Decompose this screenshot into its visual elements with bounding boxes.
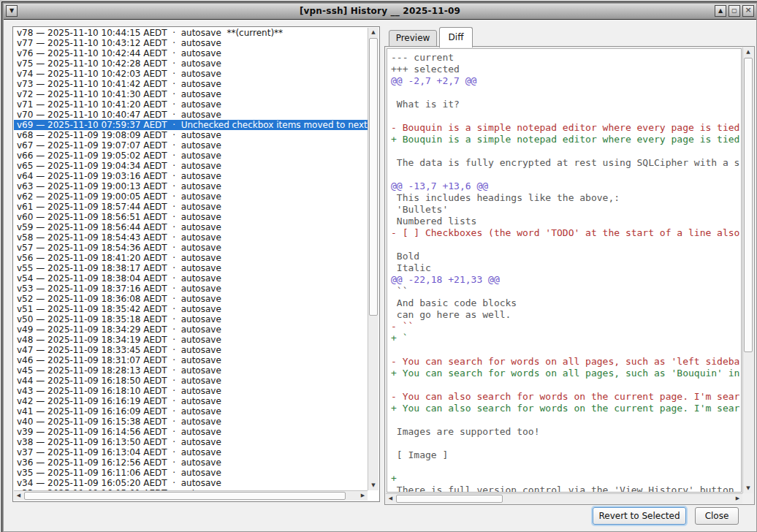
diff-line — [391, 239, 741, 251]
diff-line: - Bouquin is a simple notepad editor whe… — [391, 122, 741, 134]
version-list-item[interactable]: v38 — 2025-11-09 16:13:50 AEDT · autosav… — [14, 437, 368, 447]
scroll-up-icon[interactable]: ▲ — [743, 48, 753, 57]
version-list-item[interactable]: v55 — 2025-11-09 18:38:17 AEDT · autosav… — [14, 263, 368, 273]
diff-line — [391, 414, 741, 426]
version-list-item[interactable]: v60 — 2025-11-09 18:56:51 AEDT · autosav… — [14, 212, 368, 222]
version-list-item[interactable]: v40 — 2025-11-09 16:15:38 AEDT · autosav… — [14, 417, 368, 427]
version-list-item[interactable]: v66 — 2025-11-09 19:05:02 AEDT · autosav… — [14, 151, 368, 161]
list-vscroll-thumb[interactable] — [369, 38, 378, 316]
window-close-button[interactable]: × — [742, 5, 754, 17]
version-list-item[interactable]: v69 — 2025-11-10 07:59:37 AEDT · Uncheck… — [14, 120, 368, 130]
diff-vertical-scrollbar[interactable]: ▲ ▼ — [742, 48, 753, 493]
version-list-item[interactable]: v41 — 2025-11-09 16:16:09 AEDT · autosav… — [14, 406, 368, 417]
version-list-item[interactable]: v71 — 2025-11-10 10:41:20 AEDT · autosav… — [14, 99, 368, 110]
version-list-item[interactable]: v54 — 2025-11-09 18:38:04 AEDT · autosav… — [14, 273, 368, 284]
version-list-item[interactable]: v58 — 2025-11-09 18:54:43 AEDT · autosav… — [14, 232, 368, 243]
version-list-item[interactable]: v34 — 2025-11-09 16:05:20 AEDT · autosav… — [14, 478, 368, 488]
version-list-item[interactable]: v62 — 2025-11-09 19:00:05 AEDT · autosav… — [14, 191, 368, 202]
scroll-right-icon[interactable]: ▶ — [358, 491, 368, 501]
diff-pane: --- current+++ selected@@ -2,7 +2,7 @@ W… — [384, 46, 755, 505]
diff-line: What is it? — [391, 99, 741, 110]
version-list-item[interactable]: v73 — 2025-11-10 10:41:42 AEDT · autosav… — [14, 79, 368, 89]
version-list-item[interactable]: v46 — 2025-11-09 18:31:07 AEDT · autosav… — [14, 355, 368, 365]
history-window: ▼ [vpn-ssh] History __ 2025-11-09 ▲ ▢ × … — [2, 2, 757, 532]
diff-vscroll-thumb[interactable] — [744, 58, 753, 352]
version-list-item[interactable]: v51 — 2025-11-09 18:35:42 AEDT · autosav… — [14, 304, 368, 314]
version-list-item[interactable]: v61 — 2025-11-09 18:57:44 AEDT · autosav… — [14, 202, 368, 212]
version-list-item[interactable]: v72 — 2025-11-10 10:41:30 AEDT · autosav… — [14, 89, 368, 99]
version-list-item[interactable]: v70 — 2025-11-10 10:40:47 AEDT · autosav… — [14, 110, 368, 120]
diff-line: This includes headings like the above,: — [391, 192, 741, 204]
diff-line — [391, 169, 741, 180]
diff-line: - You can also search for words on the c… — [391, 391, 741, 403]
titlebar[interactable]: ▼ [vpn-ssh] History __ 2025-11-09 ▲ ▢ × — [4, 4, 756, 20]
version-list-item[interactable]: v35 — 2025-11-09 16:11:06 AEDT · autosav… — [14, 468, 368, 478]
scroll-left-icon[interactable]: ◀ — [386, 494, 395, 503]
version-list-item[interactable]: v76 — 2025-11-10 10:42:44 AEDT · autosav… — [14, 48, 368, 58]
version-list-item[interactable]: v45 — 2025-11-09 18:28:13 AEDT · autosav… — [14, 365, 368, 376]
version-list-item[interactable]: v65 — 2025-11-09 19:04:34 AEDT · autosav… — [14, 161, 368, 171]
diff-line: Images are supported too! — [391, 426, 741, 438]
diff-line: +++ selected — [391, 64, 741, 75]
version-list-item[interactable]: v56 — 2025-11-09 18:41:20 AEDT · autosav… — [14, 253, 368, 263]
diff-hscroll-thumb[interactable] — [396, 495, 503, 503]
version-list-item[interactable]: v57 — 2025-11-09 18:54:36 AEDT · autosav… — [14, 243, 368, 253]
version-list-item[interactable]: v48 — 2025-11-09 18:34:19 AEDT · autosav… — [14, 335, 368, 345]
version-list-item[interactable]: v49 — 2025-11-09 18:34:29 AEDT · autosav… — [14, 324, 368, 335]
diff-line — [391, 87, 741, 99]
diff-line — [391, 110, 741, 122]
list-horizontal-scrollbar[interactable]: ◀ ▶ — [14, 490, 368, 501]
version-list-item[interactable]: v75 — 2025-11-10 10:42:28 AEDT · autosav… — [14, 58, 368, 69]
diff-line: @@ -22,18 +21,33 @@ — [391, 274, 741, 286]
version-list-item[interactable]: v37 — 2025-11-09 16:13:04 AEDT · autosav… — [14, 447, 368, 457]
version-list-item[interactable]: v43 — 2025-11-09 16:18:10 AEDT · autosav… — [14, 386, 368, 396]
version-listbox: v78 — 2025-11-10 10:44:15 AEDT · autosav… — [12, 26, 380, 502]
diff-line: - [ ] Checkboxes (the word 'TODO' at the… — [391, 227, 741, 239]
diff-line: + — [391, 473, 741, 484]
window-title: [vpn-ssh] History __ 2025-11-09 — [4, 6, 756, 16]
diff-line: - `` — [391, 321, 741, 332]
scroll-right-icon[interactable]: ▶ — [733, 494, 742, 503]
version-list-item[interactable]: v36 — 2025-11-09 16:12:56 AEDT · autosav… — [14, 457, 368, 468]
list-hscroll-thumb[interactable] — [24, 492, 346, 500]
version-list-item[interactable]: v39 — 2025-11-09 16:14:56 AEDT · autosav… — [14, 427, 368, 437]
diff-line: + Bouquin is a simple notepad editor whe… — [391, 134, 741, 145]
version-list-item[interactable]: v74 — 2025-11-10 10:42:03 AEDT · autosav… — [14, 69, 368, 79]
scroll-down-icon[interactable]: ▼ — [368, 481, 378, 490]
version-list-item[interactable]: v77 — 2025-11-10 10:43:12 AEDT · autosav… — [14, 38, 368, 48]
list-vertical-scrollbar[interactable]: ▲ ▼ — [368, 28, 378, 490]
version-list[interactable]: v78 — 2025-11-10 10:44:15 AEDT · autosav… — [14, 28, 368, 490]
diff-text[interactable]: --- current+++ selected@@ -2,7 +2,7 @@ W… — [387, 48, 742, 493]
close-icon: × — [745, 5, 751, 15]
diff-line: - You can search for words on all pages,… — [391, 356, 741, 368]
scroll-left-icon[interactable]: ◀ — [14, 491, 23, 501]
diff-line: + You can search for words on all pages,… — [391, 368, 741, 379]
version-list-item[interactable]: v52 — 2025-11-09 18:36:08 AEDT · autosav… — [14, 294, 368, 304]
version-list-item[interactable]: v50 — 2025-11-09 18:35:18 AEDT · autosav… — [14, 314, 368, 324]
scroll-down-icon[interactable]: ▼ — [743, 484, 753, 493]
shade-button[interactable]: ▲ — [715, 5, 726, 17]
version-list-item[interactable]: v63 — 2025-11-09 19:00:13 AEDT · autosav… — [14, 181, 368, 191]
version-list-item[interactable]: v67 — 2025-11-09 19:07:07 AEDT · autosav… — [14, 140, 368, 151]
tab-preview[interactable]: Preview — [389, 30, 437, 47]
tab-diff[interactable]: Diff — [439, 27, 473, 48]
diff-horizontal-scrollbar[interactable]: ◀ ▶ — [386, 493, 742, 503]
tab-diff-label: Diff — [449, 32, 464, 42]
revert-to-selected-button[interactable]: Revert to Selected — [593, 507, 686, 525]
version-list-item[interactable]: v42 — 2025-11-09 16:16:19 AEDT · autosav… — [14, 396, 368, 406]
close-button[interactable]: Close — [695, 507, 739, 525]
version-list-item[interactable]: v47 — 2025-11-09 18:33:45 AEDT · autosav… — [14, 345, 368, 355]
diff-line: Numbered lists — [391, 216, 741, 227]
version-list-item[interactable]: v59 — 2025-11-09 18:56:44 AEDT · autosav… — [14, 222, 368, 232]
version-list-item[interactable]: v68 — 2025-11-09 19:08:09 AEDT · autosav… — [14, 130, 368, 140]
version-list-item[interactable]: v78 — 2025-11-10 10:44:15 AEDT · autosav… — [14, 28, 368, 38]
diff-line: --- current — [391, 52, 741, 64]
maximize-button[interactable]: ▢ — [729, 5, 740, 17]
version-list-item[interactable]: v64 — 2025-11-09 19:03:16 AEDT · autosav… — [14, 171, 368, 181]
version-list-item[interactable]: v44 — 2025-11-09 16:18:50 AEDT · autosav… — [14, 376, 368, 386]
diff-line: can go here as well. — [391, 309, 741, 321]
diff-line: + You can also search for words on the c… — [391, 403, 741, 414]
scroll-up-icon[interactable]: ▲ — [368, 28, 378, 37]
diff-line: The data is fully encrypted at rest usin… — [391, 157, 741, 169]
version-list-item[interactable]: v53 — 2025-11-09 18:37:16 AEDT · autosav… — [14, 284, 368, 294]
